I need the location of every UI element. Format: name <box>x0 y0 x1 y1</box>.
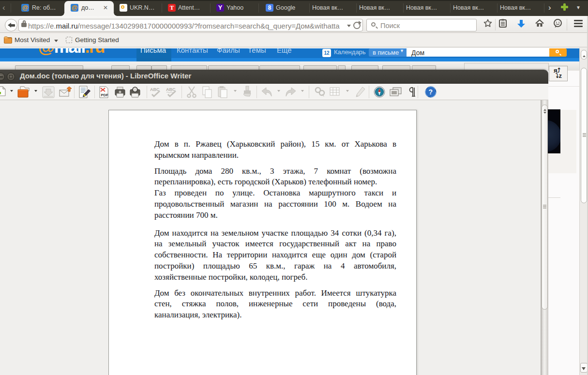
svg-text:?: ? <box>429 88 433 96</box>
svg-text:ABC: ABC <box>150 87 160 92</box>
svg-text:ABC: ABC <box>166 87 176 92</box>
svg-text:PDF: PDF <box>101 93 108 97</box>
